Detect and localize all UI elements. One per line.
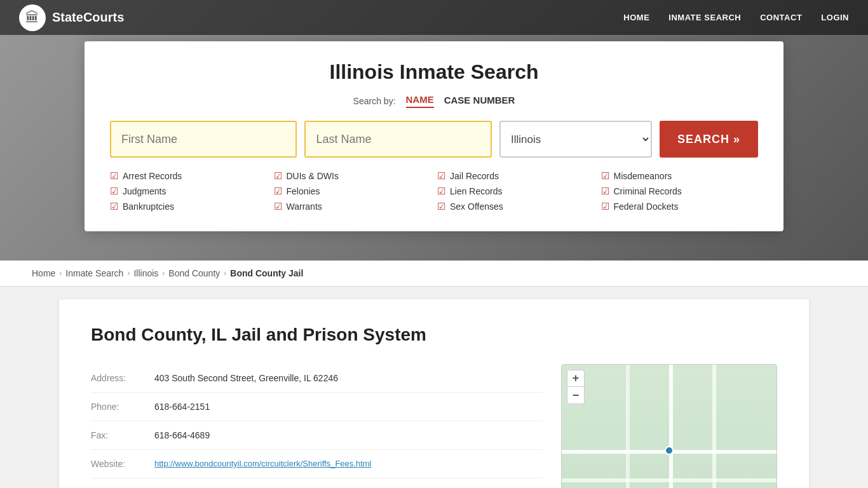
nav-links: HOME INMATE SEARCH CONTACT LOGIN bbox=[623, 13, 849, 22]
last-name-input[interactable] bbox=[304, 121, 491, 158]
info-label-website: Website: bbox=[91, 459, 148, 469]
checkbox-label: Jail Records bbox=[450, 171, 499, 181]
first-name-input[interactable] bbox=[110, 121, 297, 158]
header: COURTHOUSE 🏛 StateCourts HOME INMATE SEA… bbox=[0, 0, 868, 261]
checkbox-criminal-records: ☑ Criminal Records bbox=[601, 186, 759, 197]
checkbox-bankruptcies: ☑ Bankruptcies bbox=[110, 201, 268, 212]
check-icon: ☑ bbox=[110, 186, 118, 197]
breadcrumb-illinois[interactable]: Illinois bbox=[133, 268, 158, 278]
tab-name[interactable]: NAME bbox=[406, 94, 434, 108]
map-zoom-out[interactable]: − bbox=[567, 387, 584, 403]
search-by-label: Search by: bbox=[353, 96, 396, 106]
logo-icon: 🏛 bbox=[19, 4, 46, 31]
breadcrumb-sep: › bbox=[127, 269, 130, 278]
checkbox-warrants: ☑ Warrants bbox=[274, 201, 431, 212]
check-icon: ☑ bbox=[601, 201, 609, 212]
logo[interactable]: 🏛 StateCourts bbox=[19, 4, 124, 31]
search-card-title: Illinois Inmate Search bbox=[110, 60, 758, 84]
search-by-row: Search by: NAME CASE NUMBER bbox=[110, 94, 758, 108]
map-controls: + − bbox=[567, 370, 585, 404]
nav-home[interactable]: HOME bbox=[623, 13, 649, 22]
check-icon: ☑ bbox=[110, 170, 118, 182]
map-area: + − bbox=[561, 364, 777, 488]
info-row-fax: Fax: 618-664-4689 bbox=[91, 421, 542, 450]
info-label-phone: Phone: bbox=[91, 402, 148, 412]
nav-login[interactable]: LOGIN bbox=[821, 13, 849, 22]
facility-title: Bond County, IL Jail and Prison System bbox=[91, 325, 777, 345]
info-section: Address: 403 South Second Street, Greenv… bbox=[91, 364, 542, 488]
map-road bbox=[712, 365, 716, 488]
breadcrumb-sep: › bbox=[162, 269, 165, 278]
content-layout: Address: 403 South Second Street, Greenv… bbox=[91, 364, 777, 488]
checkbox-judgments: ☑ Judgments bbox=[110, 186, 268, 197]
breadcrumb-inmate-search[interactable]: Inmate Search bbox=[65, 268, 123, 278]
checkbox-label: Sex Offenses bbox=[450, 201, 503, 212]
check-icon: ☑ bbox=[437, 170, 445, 182]
breadcrumb-sep: › bbox=[224, 269, 226, 278]
checkbox-label: Misdemeanors bbox=[614, 171, 672, 181]
search-button[interactable]: SEARCH » bbox=[660, 121, 758, 158]
checkbox-federal-dockets: ☑ Federal Dockets bbox=[601, 201, 759, 212]
info-label-fax: Fax: bbox=[91, 430, 148, 440]
check-icon: ☑ bbox=[274, 170, 282, 182]
checkbox-duis-dwis: ☑ DUIs & DWIs bbox=[274, 170, 431, 182]
checkbox-label: Arrest Records bbox=[123, 171, 182, 181]
breadcrumb-bond-county[interactable]: Bond County bbox=[168, 268, 220, 278]
map-zoom-in[interactable]: + bbox=[567, 370, 584, 387]
info-row-address: Address: 403 South Second Street, Greenv… bbox=[91, 364, 542, 393]
checkbox-misdemeanors: ☑ Misdemeanors bbox=[601, 170, 759, 182]
checkbox-label: Judgments bbox=[123, 186, 166, 196]
checkbox-label: Warrants bbox=[287, 201, 322, 212]
info-value-fax: 618-664-4689 bbox=[154, 430, 210, 440]
info-value-phone: 618-664-2151 bbox=[154, 402, 210, 412]
checkbox-felonies: ☑ Felonies bbox=[274, 186, 431, 197]
map-road bbox=[669, 365, 673, 488]
breadcrumb-current: Bond County Jail bbox=[230, 268, 303, 278]
info-label-address: Address: bbox=[91, 373, 148, 383]
nav-bar: 🏛 StateCourts HOME INMATE SEARCH CONTACT… bbox=[0, 0, 868, 35]
info-value-address: 403 South Second Street, Greenville, IL … bbox=[154, 373, 338, 383]
info-value-website[interactable]: http://www.bondcountyil.com/circuitclerk… bbox=[154, 459, 372, 468]
checkbox-label: Criminal Records bbox=[614, 186, 682, 196]
breadcrumb: Home › Inmate Search › Illinois › Bond C… bbox=[0, 261, 868, 287]
check-icon: ☑ bbox=[437, 186, 445, 197]
check-icon: ☑ bbox=[437, 201, 445, 212]
checkbox-arrest-records: ☑ Arrest Records bbox=[110, 170, 268, 182]
check-icon: ☑ bbox=[110, 201, 118, 212]
checkbox-lien-records: ☑ Lien Records bbox=[437, 186, 595, 197]
nav-inmate-search[interactable]: INMATE SEARCH bbox=[668, 13, 741, 22]
checkbox-label: Lien Records bbox=[450, 186, 503, 196]
tab-case-number[interactable]: CASE NUMBER bbox=[444, 95, 515, 107]
checkbox-label: Federal Dockets bbox=[614, 201, 679, 212]
checkbox-sex-offenses: ☑ Sex Offenses bbox=[437, 201, 595, 212]
check-icon: ☑ bbox=[601, 170, 609, 182]
breadcrumb-sep: › bbox=[59, 269, 62, 278]
logo-text: StateCourts bbox=[52, 10, 124, 25]
info-row-website: Website: http://www.bondcountyil.com/cir… bbox=[91, 450, 542, 478]
checkboxes-grid: ☑ Arrest Records ☑ DUIs & DWIs ☑ Jail Re… bbox=[110, 170, 758, 212]
check-icon: ☑ bbox=[274, 201, 282, 212]
map-road bbox=[626, 365, 630, 488]
checkbox-label: Felonies bbox=[287, 186, 320, 196]
checkbox-label: DUIs & DWIs bbox=[287, 171, 339, 181]
search-inputs-row: Illinois Alabama Alaska Arizona Arkansas… bbox=[110, 121, 758, 158]
breadcrumb-home[interactable]: Home bbox=[32, 268, 55, 278]
state-select[interactable]: Illinois Alabama Alaska Arizona Arkansas… bbox=[499, 121, 652, 158]
info-row-phone: Phone: 618-664-2151 bbox=[91, 393, 542, 421]
check-icon: ☑ bbox=[601, 186, 609, 197]
checkbox-jail-records: ☑ Jail Records bbox=[437, 170, 595, 182]
search-card: Illinois Inmate Search Search by: NAME C… bbox=[85, 41, 783, 231]
map-placeholder: + − bbox=[562, 365, 776, 488]
nav-contact[interactable]: CONTACT bbox=[760, 13, 802, 22]
checkbox-label: Bankruptcies bbox=[123, 201, 174, 212]
check-icon: ☑ bbox=[274, 186, 282, 197]
info-row-facebook: Facebook: https://www.facebook.com/pages… bbox=[91, 478, 542, 488]
main-content: Bond County, IL Jail and Prison System A… bbox=[59, 299, 809, 488]
